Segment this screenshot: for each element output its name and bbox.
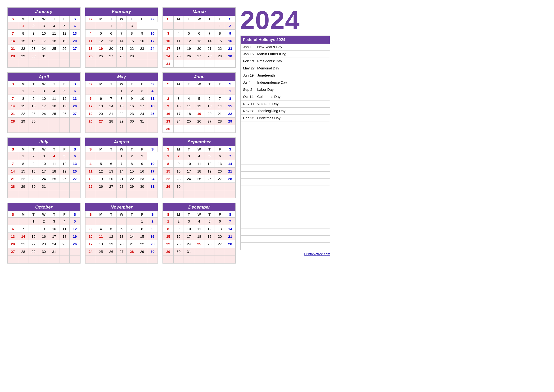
calendar-day: 5 — [59, 22, 70, 30]
calendar-day: 6 — [106, 30, 117, 37]
calendar-day: 10 — [184, 160, 194, 168]
calendar-day: 6 — [194, 30, 204, 37]
calendar-day: 24 — [39, 110, 49, 118]
calendar-day: 7 — [8, 95, 18, 102]
holiday-row-empty — [241, 243, 330, 250]
footer-link[interactable]: Printabletree.com — [240, 252, 330, 256]
calendar-day: 8 — [163, 160, 174, 168]
calendar-day-empty — [85, 60, 96, 68]
calendar-day: 3 — [39, 87, 49, 95]
calendar-day: 28 — [215, 118, 225, 125]
calendar-day: 4 — [85, 30, 96, 37]
day-header: T — [127, 146, 137, 152]
calendar-day: 26 — [59, 175, 70, 183]
calendar-day: 22 — [215, 45, 225, 52]
calendar-day: 1 — [116, 152, 127, 160]
month-august: AugustSMTWTFS123456789101112131415161718… — [85, 137, 158, 198]
calendar-day-empty — [215, 255, 225, 263]
calendar-day: 3 — [39, 22, 49, 30]
calendar-day-empty — [204, 190, 215, 198]
calendar-day-empty — [8, 255, 18, 263]
calendar-day: 7 — [127, 225, 137, 233]
day-header: T — [184, 81, 194, 87]
calendar-day: 24 — [184, 175, 194, 183]
calendar-day-empty — [116, 60, 127, 68]
calendar-day: 21 — [225, 233, 235, 240]
calendar-day: 26 — [70, 240, 80, 248]
day-header: S — [225, 16, 235, 22]
holidays-panel: Federal Holidays 2024Jan 1New Year's Day… — [240, 35, 330, 250]
calendar-day: 27 — [96, 118, 106, 125]
calendar-day: 10 — [137, 95, 147, 102]
calendar-day: 6 — [215, 217, 225, 225]
calendar-day: 5 — [59, 152, 70, 160]
calendar-day: 23 — [137, 45, 147, 52]
calendar-day-empty — [127, 125, 137, 133]
calendar-day: 4 — [96, 225, 106, 233]
calendar-day: 2 — [127, 87, 137, 95]
calendar-day: 18 — [49, 37, 59, 45]
day-header: T — [49, 81, 59, 87]
holiday-name: New Year's Day — [257, 45, 327, 49]
calendar-day-empty — [96, 255, 106, 263]
calendar-day: 11 — [194, 225, 204, 233]
calendar-day: 18 — [147, 102, 158, 110]
month-november: NovemberSMTWTFS1234567891011121314151617… — [85, 203, 158, 264]
calendar-day: 23 — [163, 118, 174, 125]
calendar-day — [184, 87, 194, 95]
calendar-day-empty — [8, 60, 18, 68]
day-header: T — [184, 16, 194, 22]
calendar-day: 31 — [184, 248, 194, 255]
calendar-day-empty — [163, 190, 174, 198]
calendar-day: 10 — [147, 160, 158, 168]
calendar-day: 10 — [85, 233, 96, 240]
calendar-day: 14 — [18, 233, 28, 240]
calendar-day-empty — [85, 255, 96, 263]
month-title: January — [7, 7, 80, 16]
calendar-day: 5 — [96, 160, 106, 168]
day-header: T — [49, 211, 59, 217]
calendar-day: 17 — [85, 240, 96, 248]
holiday-row: Feb 19Presidents' Day — [241, 58, 330, 65]
month-title: July — [7, 138, 80, 146]
calendar-day: 28 — [116, 183, 127, 190]
calendar-day: 1 — [106, 22, 117, 30]
calendar-day: 2 — [116, 22, 127, 30]
calendar-day — [59, 183, 70, 190]
calendar-day: 1 — [18, 87, 28, 95]
calendar-day: 6 — [70, 87, 80, 95]
calendar-day: 16 — [28, 37, 39, 45]
calendar-day: 19 — [194, 110, 204, 118]
calendar-day: 26 — [204, 240, 215, 248]
calendar-day — [204, 248, 215, 255]
calendar-day: 10 — [39, 160, 49, 168]
calendar-day: 15 — [28, 233, 39, 240]
calendar-day — [215, 60, 225, 68]
calendar-day: 18 — [85, 175, 96, 183]
day-header: S — [85, 81, 96, 87]
calendar-day: 26 — [59, 45, 70, 52]
calendar-day: 15 — [18, 168, 28, 175]
calendar-day — [194, 125, 204, 133]
day-header: S — [70, 16, 80, 22]
day-header: F — [59, 146, 70, 152]
calendar-day — [96, 22, 106, 30]
calendar-day: 25 — [194, 175, 204, 183]
day-header: F — [137, 16, 147, 22]
calendar-day-empty — [225, 255, 235, 263]
page-layout: JanuarySMTWTFS12345678910111213141516171… — [7, 7, 547, 264]
calendar-day: 27 — [70, 45, 80, 52]
calendar-day — [49, 118, 59, 125]
calendar-day-empty — [137, 255, 147, 263]
day-header: F — [59, 81, 70, 87]
calendar-day: 4 — [184, 95, 194, 102]
holidays-header: Federal Holidays 2024 — [241, 36, 330, 44]
calendar-day: 4 — [147, 87, 158, 95]
holiday-name: Presidents' Day — [257, 59, 327, 63]
calendar-day-empty — [147, 60, 158, 68]
day-header: W — [39, 81, 49, 87]
calendar-day: 1 — [28, 217, 39, 225]
calendar-day-empty — [39, 255, 49, 263]
calendar-day: 14 — [225, 225, 235, 233]
calendar-day: 30 — [28, 183, 39, 190]
